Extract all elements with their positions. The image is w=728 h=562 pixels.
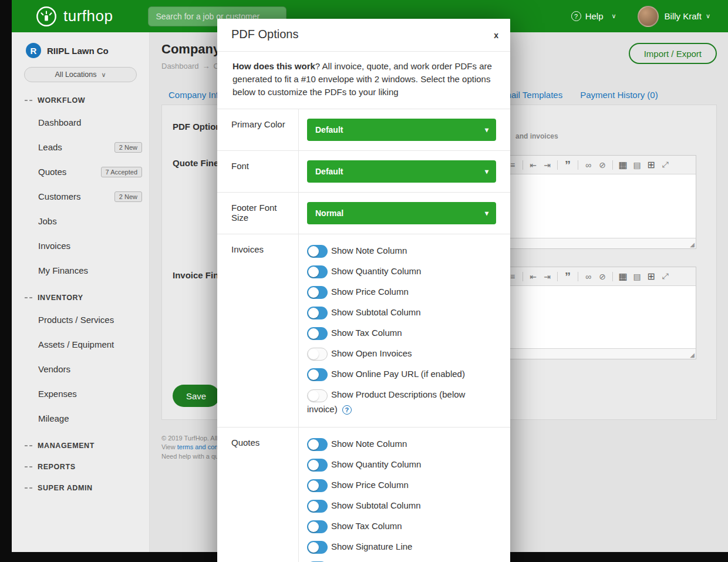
toggle-show-signature-line[interactable] — [307, 541, 328, 554]
toolbar-separator — [612, 160, 613, 170]
toggle-show-price-column[interactable] — [307, 286, 328, 299]
toggle-label: Show Open Invoices — [331, 348, 412, 358]
unlink-icon[interactable]: ⊘ — [595, 272, 609, 281]
section-inventory[interactable]: INVENTORY — [25, 291, 149, 304]
toggle-show-tax-column[interactable] — [307, 327, 328, 340]
sidebar-item-invoices[interactable]: Invoices — [12, 234, 149, 258]
section-workflow[interactable]: WORKFLOW — [25, 94, 149, 107]
invoices-toggles: Show Note Column Show Quantity Column Sh… — [299, 234, 510, 426]
table-icon[interactable]: ⊞ — [644, 271, 658, 282]
toggle-row: Show Tax Column — [307, 519, 496, 533]
toggle-show-note-column[interactable] — [307, 438, 328, 451]
outdent-icon[interactable]: ⇤ — [526, 272, 540, 281]
sidebar-item-dashboard[interactable]: Dashboard — [12, 110, 149, 135]
toggle-show-note-column[interactable] — [307, 245, 328, 258]
close-icon[interactable]: x — [494, 31, 498, 40]
toggle-knob — [308, 328, 319, 339]
sidebar-item-my-finances[interactable]: My Finances — [12, 258, 149, 283]
sidebar-item-label: Customers — [38, 191, 81, 201]
table-icon[interactable]: ⊞ — [644, 159, 658, 170]
breadcrumb-dashboard[interactable]: Dashboard — [161, 62, 199, 70]
section-label: REPORTS — [38, 463, 76, 471]
toggle-show-tax-column[interactable] — [307, 520, 328, 533]
toggle-knob — [308, 246, 319, 257]
link-icon[interactable]: ∞ — [581, 272, 595, 281]
import-export-button[interactable]: Import / Export — [629, 43, 717, 64]
toggle-row: Show Signature Line — [307, 540, 496, 554]
indent-icon[interactable]: ⇥ — [540, 272, 554, 281]
outdent-icon[interactable]: ⇤ — [526, 160, 540, 170]
sidebar-item-mileage[interactable]: Mileage — [12, 406, 149, 431]
toggle-show-subtotal-column[interactable] — [307, 500, 328, 513]
image-icon[interactable]: ▦ — [616, 159, 630, 170]
section-label: WORKFLOW — [38, 96, 85, 105]
primary-color-select[interactable]: Default ▾ — [307, 119, 496, 141]
tree-dash-icon — [25, 445, 32, 446]
save-button[interactable]: Save — [173, 385, 220, 407]
toggle-knob — [308, 287, 319, 298]
help-label: Help — [585, 11, 604, 21]
toggle-knob — [308, 542, 319, 553]
unlink-icon[interactable]: ⊘ — [595, 160, 609, 170]
section-reports[interactable]: REPORTS — [25, 460, 149, 473]
modal-form: Primary Color Default ▾ Font Default ▾ F… — [217, 109, 510, 562]
footer-font-size-row: Footer Font Size Normal ▾ — [217, 193, 510, 234]
toggle-row: Show Note Column — [307, 437, 496, 451]
help-question-icon[interactable]: ? — [342, 405, 352, 415]
toggle-row: Show Quantity Column — [307, 264, 496, 278]
avatar[interactable] — [638, 6, 659, 27]
help-menu[interactable]: ? Help ∨ — [571, 11, 616, 21]
toolbar-separator — [523, 160, 523, 170]
location-label: All Locations — [55, 70, 97, 79]
blockquote-icon[interactable]: ” — [561, 161, 575, 169]
tab-company-info[interactable]: Company Info — [168, 90, 223, 100]
toggle-label: Show Quantity Column — [331, 266, 421, 276]
select-value: Normal — [315, 208, 343, 218]
toggle-show-open-invoices[interactable] — [307, 348, 328, 361]
font-select[interactable]: Default ▾ — [307, 160, 496, 183]
sidebar-item-customers[interactable]: Customers 2 New — [12, 184, 149, 209]
font-control: Default ▾ — [299, 151, 510, 192]
toggle-show-subtotal-column[interactable] — [307, 307, 328, 319]
company-name: RIIPL Lawn Co — [47, 46, 109, 56]
section-super-admin[interactable]: SUPER ADMIN — [25, 482, 149, 494]
maximize-icon[interactable]: ⤢ — [658, 160, 672, 170]
toggle-show-quantity-column[interactable] — [307, 459, 328, 472]
footer-font-size-select[interactable]: Normal ▾ — [307, 202, 496, 224]
section-management[interactable]: MANAGEMENT — [25, 439, 149, 452]
toggle-row: Show Online Pay URL (if enabled) — [307, 367, 496, 381]
resize-handle-icon[interactable]: ◢ — [690, 242, 695, 248]
invoices-row: Invoices Show Note Column Show Quantity … — [217, 234, 510, 427]
toggle-show-online-pay-url[interactable] — [307, 368, 328, 381]
tab-payment-history[interactable]: Payment History (0) — [580, 90, 658, 100]
toggle-show-product-descriptions[interactable] — [307, 389, 328, 402]
topbar-right: ? Help ∨ Billy Kraft ∨ — [571, 6, 710, 27]
template-icon[interactable]: ▤ — [630, 272, 644, 281]
brand-logo[interactable]: turfhop — [35, 5, 113, 28]
tree-dash-icon — [25, 487, 32, 489]
toggle-row: Show Price Column — [307, 478, 496, 492]
blockquote-icon[interactable]: ” — [561, 273, 575, 280]
template-icon[interactable]: ▤ — [630, 160, 644, 170]
toggle-label: Show Subtotal Column — [331, 500, 421, 510]
toggle-label: Show Quantity Column — [331, 459, 421, 469]
sidebar-item-assets-equipment[interactable]: Assets / Equipment — [12, 332, 149, 357]
location-selector[interactable]: All Locations ∨ — [24, 67, 137, 82]
sidebar-item-leads[interactable]: Leads 2 New — [12, 135, 149, 160]
user-name[interactable]: Billy Kraft — [665, 11, 702, 21]
sidebar-item-jobs[interactable]: Jobs — [12, 209, 149, 234]
image-icon[interactable]: ▦ — [616, 271, 630, 282]
sidebar-item-vendors[interactable]: Vendors — [12, 357, 149, 382]
sidebar-item-quotes[interactable]: Quotes 7 Accepted — [12, 160, 149, 184]
status-badge: 2 New — [114, 191, 142, 202]
sidebar-item-label: Leads — [38, 142, 62, 152]
link-icon[interactable]: ∞ — [581, 160, 595, 170]
maximize-icon[interactable]: ⤢ — [658, 271, 672, 281]
resize-handle-icon[interactable]: ◢ — [690, 352, 695, 358]
company-logo-icon: R — [26, 43, 41, 58]
toggle-show-price-column[interactable] — [307, 479, 328, 492]
sidebar-item-expenses[interactable]: Expenses — [12, 382, 149, 406]
toggle-show-quantity-column[interactable] — [307, 265, 328, 278]
sidebar-item-products-services[interactable]: Products / Services — [12, 308, 149, 332]
indent-icon[interactable]: ⇥ — [540, 160, 554, 170]
